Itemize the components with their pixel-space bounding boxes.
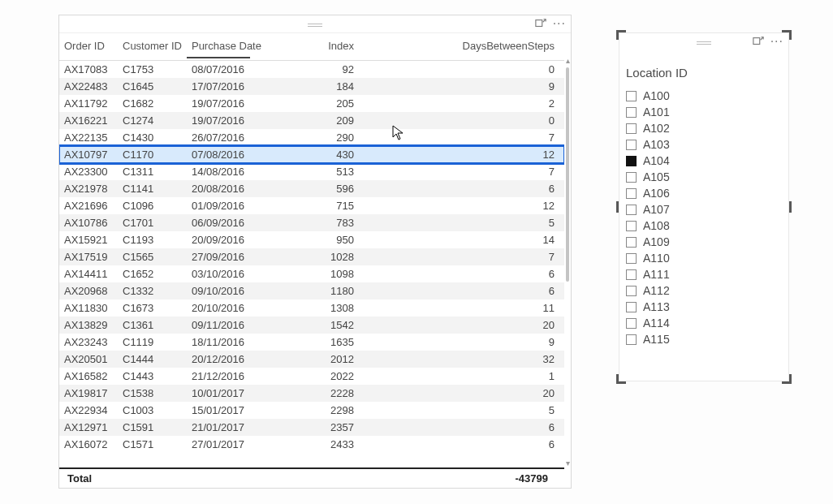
slicer-item[interactable]: A111	[624, 266, 783, 282]
slicer-item[interactable]: A110	[624, 250, 783, 266]
resize-handle-icon[interactable]	[616, 374, 626, 384]
table-row[interactable]: AX20968C133209/10/201611806	[59, 282, 564, 299]
checkbox-icon[interactable]	[626, 156, 637, 166]
scroll-up-icon[interactable]: ▴	[564, 56, 571, 66]
focus-mode-icon[interactable]	[535, 18, 546, 29]
table-row[interactable]: AX16072C157127/01/201724336	[59, 436, 564, 453]
more-options-icon[interactable]: ···	[553, 18, 566, 29]
slicer-item[interactable]: A100	[624, 88, 783, 104]
slicer-item[interactable]: A105	[624, 169, 783, 185]
slicer-item-label: A102	[643, 122, 670, 135]
slicer-item[interactable]: A108	[624, 218, 783, 234]
cell-index: 596	[283, 180, 364, 197]
slicer-item[interactable]: A115	[624, 331, 783, 347]
table-row[interactable]: AX10786C170106/09/20167835	[59, 214, 564, 231]
cell-index: 2298	[283, 402, 364, 419]
checkbox-icon[interactable]	[626, 188, 637, 199]
table-visual[interactable]: ··· Order ID Customer ID Purchase Date I…	[58, 15, 572, 489]
slicer-item[interactable]: A107	[624, 201, 783, 218]
checkbox-icon[interactable]	[626, 140, 637, 150]
resize-handle-icon[interactable]	[789, 201, 792, 213]
table-row[interactable]: AX10797C117007/08/201643012	[59, 146, 564, 163]
table-row[interactable]: AX22934C100315/01/201722985	[59, 402, 564, 419]
cell-days: 7	[364, 248, 564, 265]
cell-purchase-date: 17/07/2016	[187, 78, 283, 95]
table-row[interactable]: AX20501C144420/12/2016201232	[59, 351, 564, 368]
table-row[interactable]: AX11830C167320/10/2016130811	[59, 299, 564, 317]
cell-customer-id: C1003	[118, 402, 187, 419]
cell-days: 20	[364, 385, 564, 402]
table-row[interactable]: AX14411C165203/10/201610986	[59, 265, 564, 282]
scroll-down-icon[interactable]: ▾	[564, 459, 571, 468]
cell-order-id: AX23243	[59, 334, 118, 351]
cell-customer-id: C1119	[118, 334, 187, 351]
checkbox-icon[interactable]	[626, 237, 637, 248]
visual-header[interactable]: ···	[619, 33, 788, 51]
table-row[interactable]: AX11792C168219/07/20162052	[59, 95, 564, 112]
col-order-id[interactable]: Order ID	[59, 33, 118, 61]
cell-days: 20	[364, 317, 564, 334]
slicer-item[interactable]: A103	[624, 136, 783, 153]
checkbox-icon[interactable]	[626, 205, 637, 215]
checkbox-icon[interactable]	[626, 91, 637, 101]
slicer-item[interactable]: A112	[624, 282, 783, 299]
slicer-item-label: A112	[643, 284, 670, 297]
col-customer-id[interactable]: Customer ID	[118, 33, 187, 61]
table-row[interactable]: AX16221C127419/07/20162090	[59, 112, 564, 129]
checkbox-icon[interactable]	[626, 286, 637, 296]
resize-handle-icon[interactable]	[616, 201, 619, 213]
cell-order-id: AX20968	[59, 282, 118, 299]
table-row[interactable]: AX19817C153810/01/2017222820	[59, 385, 564, 402]
cell-index: 1028	[283, 248, 364, 265]
checkbox-icon[interactable]	[626, 172, 637, 183]
checkbox-icon[interactable]	[626, 123, 637, 134]
table-row[interactable]: AX21978C114120/08/20165966	[59, 180, 564, 197]
checkbox-icon[interactable]	[626, 107, 637, 118]
cell-days: 6	[364, 282, 564, 299]
slicer-item[interactable]: A109	[624, 234, 783, 250]
checkbox-icon[interactable]	[626, 318, 637, 329]
visual-header[interactable]: ···	[59, 15, 571, 33]
slicer-item[interactable]: A104	[624, 153, 783, 169]
slicer-item[interactable]: A102	[624, 120, 783, 136]
checkbox-icon[interactable]	[626, 269, 637, 280]
table-row[interactable]: AX16582C144321/12/201620221	[59, 368, 564, 385]
table-row[interactable]: AX23243C111918/11/201616359	[59, 334, 564, 351]
table-row[interactable]: AX15921C119320/09/201695014	[59, 231, 564, 248]
focus-mode-icon[interactable]	[753, 36, 764, 47]
table-row[interactable]: AX13829C136109/11/2016154220	[59, 317, 564, 334]
checkbox-icon[interactable]	[626, 302, 637, 312]
col-days[interactable]: DaysBetweenSteps	[364, 33, 564, 61]
col-purchase-date[interactable]: Purchase Date	[187, 33, 283, 61]
scroll-thumb[interactable]	[566, 67, 569, 282]
slicer-item[interactable]: A114	[624, 315, 783, 331]
checkbox-icon[interactable]	[626, 221, 637, 231]
more-options-icon[interactable]: ···	[770, 36, 783, 47]
cell-days: 2	[364, 95, 564, 112]
checkbox-icon[interactable]	[626, 253, 637, 264]
slicer-item[interactable]: A101	[624, 104, 783, 120]
cell-index: 783	[283, 214, 364, 231]
cell-purchase-date: 06/09/2016	[187, 214, 283, 231]
cell-index: 2022	[283, 368, 364, 385]
cell-index: 430	[283, 146, 364, 163]
slicer-item[interactable]: A113	[624, 299, 783, 315]
table-row[interactable]: AX17083C175308/07/2016920	[59, 61, 564, 79]
table-row[interactable]: AX22135C143026/07/20162907	[59, 129, 564, 146]
resize-handle-icon[interactable]	[782, 374, 792, 384]
checkbox-icon[interactable]	[626, 334, 637, 345]
table-row[interactable]: AX17519C156527/09/201610287	[59, 248, 564, 265]
table-row[interactable]: AX12971C159121/01/201723576	[59, 419, 564, 436]
table-row[interactable]: AX23300C131114/08/20165137	[59, 163, 564, 180]
cell-customer-id: C1361	[118, 317, 187, 334]
slicer-visual[interactable]: ··· Location ID A100A101A102A103A104A105…	[619, 32, 789, 381]
drag-handle-icon[interactable]	[697, 41, 711, 44]
table-row[interactable]: AX21696C109601/09/201671512	[59, 197, 564, 214]
table-row[interactable]: AX22483C164517/07/20161849	[59, 78, 564, 95]
drag-handle-icon[interactable]	[308, 24, 322, 26]
vertical-scrollbar[interactable]: ▴ ▾	[564, 56, 571, 468]
svg-rect-0	[536, 20, 542, 27]
cell-days: 14	[364, 231, 564, 248]
slicer-item[interactable]: A106	[624, 185, 783, 201]
col-index[interactable]: Index	[283, 33, 364, 61]
